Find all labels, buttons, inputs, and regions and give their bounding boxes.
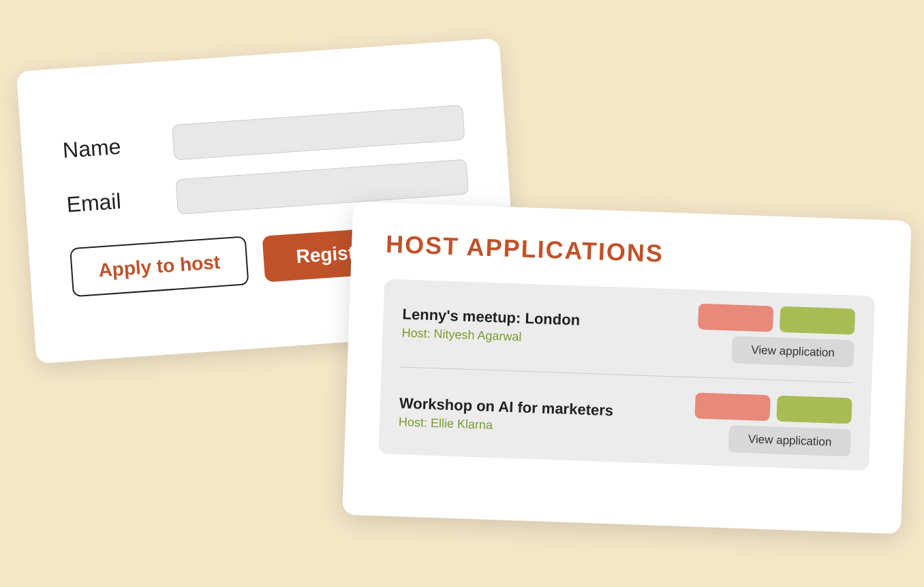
name-label: Name [62,131,152,163]
app-actions-1: View application [696,304,855,368]
name-input[interactable] [172,105,465,161]
view-application-button-1[interactable]: View application [732,336,854,367]
email-label: Email [65,186,155,217]
name-row: Name [61,105,465,168]
apply-to-host-button[interactable]: Apply to host [70,236,249,297]
action-badges-2 [694,393,852,424]
reject-badge-2[interactable] [694,393,770,422]
approve-badge-2[interactable] [776,396,852,424]
applications-card: HOST APPLICATIONS Lenny's meetup: London… [342,202,912,534]
applications-list: Lenny's meetup: London Host: Nityesh Aga… [378,279,875,471]
list-item: Workshop on AI for marketers Host: Ellie… [398,382,852,456]
approve-badge-1[interactable] [780,306,855,335]
view-application-button-2[interactable]: View application [728,425,851,456]
action-badges-1 [698,304,855,335]
app-info-1: Lenny's meetup: London Host: Nityesh Aga… [401,305,682,349]
reject-badge-1[interactable] [698,304,773,332]
app-divider [401,366,853,383]
app-info-2: Workshop on AI for marketers Host: Ellie… [399,394,679,439]
list-item: Lenny's meetup: London Host: Nityesh Aga… [401,293,856,367]
app-actions-2: View application [694,393,852,457]
applications-title: HOST APPLICATIONS [385,230,876,276]
